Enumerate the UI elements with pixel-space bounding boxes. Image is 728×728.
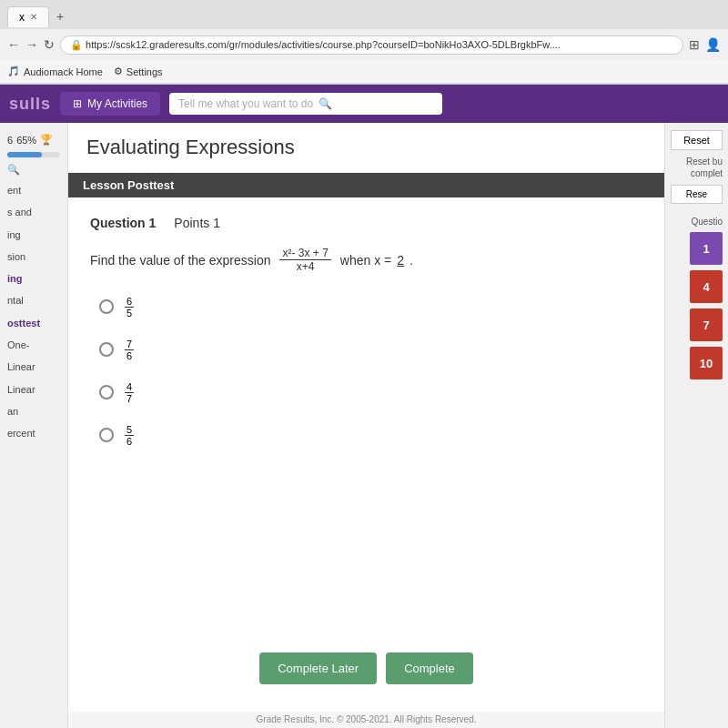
search-bar[interactable]: Tell me what you want to do 🔍 [169, 93, 442, 115]
sidebar-item-linear1[interactable]: Linear [0, 356, 67, 378]
fraction-1: 6 5 [125, 296, 134, 318]
question-nav-label: Questio [692, 217, 723, 227]
page-title-bar: Evaluating Expressions [68, 123, 664, 173]
my-activities-button[interactable]: ⊞ My Activities [60, 92, 160, 116]
logo-accent: ll [30, 95, 41, 113]
denominator: x+4 [294, 260, 318, 273]
tab-bar: x ✕ + [0, 0, 728, 29]
sidebar-item-sand[interactable]: s and [0, 201, 67, 223]
math-expression: x²- 3x + 7 x+4 [279, 247, 330, 274]
bookmarks-bar: 🎵 Audiomack Home ⚙ Settings [0, 60, 728, 84]
fraction-4: 5 6 [125, 424, 134, 447]
browser-chrome: x ✕ + ← → ↻ 🔒 https://scsk12.graderesult… [0, 0, 728, 85]
sidebar-item-ntal[interactable]: ntal [0, 289, 67, 311]
main-layout: 6 65% 🏆 🔍 ent s and ing sion ing ntal os… [0, 123, 728, 728]
app-header: sulls ⊞ My Activities Tell me what you w… [0, 85, 728, 123]
settings-bookmark-icon: ⚙ [114, 66, 123, 77]
question-points: Points 1 [174, 216, 220, 230]
footer-credit: Grade Results, Inc. © 2005-2021. All Rig… [68, 712, 664, 727]
question-text: Find the value of the expression x²- 3x … [90, 247, 642, 274]
answer-option-1[interactable]: 6 5 [99, 296, 642, 318]
right-sidebar: Reset Reset bu complet Rese Questio 1 4 … [664, 123, 728, 728]
progress-bar-fill [7, 152, 42, 157]
radio-4[interactable] [99, 428, 114, 442]
fraction-2: 7 6 [125, 339, 134, 361]
sidebar-item-sion[interactable]: sion [0, 246, 67, 268]
sidebar-item-ercent[interactable]: ercent [0, 422, 67, 444]
question-text-prefix: Find the value of the expression [90, 253, 270, 268]
left-sidebar: 6 65% 🏆 🔍 ent s and ing sion ing ntal os… [0, 123, 68, 728]
lock-icon: 🔒 [70, 39, 83, 50]
logo-text2: s [41, 95, 51, 113]
question-header: Question 1 Points 1 [90, 216, 642, 230]
bookmark-icon: 🎵 [7, 66, 20, 77]
answer-option-2[interactable]: 7 6 [99, 339, 642, 361]
search-icon: 🔍 [318, 97, 332, 110]
sidebar-item-linear2[interactable]: Linear [0, 379, 67, 400]
answer-option-4[interactable]: 5 6 [99, 424, 642, 447]
bookmark-audiomack[interactable]: 🎵 Audiomack Home [7, 66, 103, 77]
progress-percent: 65% [16, 135, 36, 146]
sidebar-search-icon[interactable]: 🔍 [0, 160, 67, 179]
page-title: Evaluating Expressions [86, 136, 646, 159]
radio-2[interactable] [99, 342, 114, 357]
tab-title: x [19, 11, 25, 24]
reset-button-2[interactable]: Rese [671, 185, 723, 204]
reset-button[interactable]: Reset [671, 130, 723, 150]
answer-options: 6 5 7 6 4 7 [99, 296, 642, 447]
app-logo: sulls [9, 95, 51, 114]
sidebar-item-one[interactable]: One- [0, 334, 67, 356]
address-bar: ← → ↻ 🔒 https://scsk12.graderesults.com/… [0, 29, 728, 60]
lesson-posttest-bar: Lesson Posttest [68, 173, 664, 197]
question-text-suffix: when x = [340, 253, 391, 268]
radio-3[interactable] [99, 385, 114, 399]
question-container: Question 1 Points 1 Find the value of th… [68, 197, 664, 634]
progress-bar-container [7, 152, 60, 157]
sidebar-item-ent[interactable]: ent [0, 179, 67, 201]
extensions-icon[interactable]: ⊞ [689, 37, 700, 52]
sidebar-progress: 6 65% 🏆 [0, 130, 67, 149]
question-nav-7[interactable]: 7 [690, 308, 723, 341]
content-area: Evaluating Expressions Lesson Posttest Q… [68, 123, 664, 728]
question-nav-1[interactable]: 1 [690, 232, 723, 265]
question-number: Question 1 [90, 216, 156, 230]
sidebar-item-an[interactable]: an [0, 400, 67, 422]
x-value: 2 [397, 253, 404, 268]
back-icon[interactable]: ← [7, 37, 20, 52]
sidebar-item-posttest[interactable]: osttest [0, 312, 67, 334]
grid-icon: ⊞ [73, 97, 82, 110]
numerator: x²- 3x + 7 [279, 247, 330, 260]
address-input[interactable]: 🔒 https://scsk12.graderesults.com/gr/mod… [60, 35, 683, 55]
sidebar-item-ing2[interactable]: ing [0, 268, 67, 289]
answer-option-3[interactable]: 4 7 [99, 381, 642, 404]
progress-number: 6 [7, 135, 13, 146]
action-buttons: Complete Later Complete [68, 634, 664, 712]
progress-icon: 🏆 [40, 134, 53, 146]
new-tab-button[interactable]: + [49, 5, 71, 27]
profile-icon[interactable]: 👤 [705, 37, 721, 52]
logo-text: su [9, 95, 30, 113]
tab-close-icon[interactable]: ✕ [30, 12, 37, 22]
radio-1[interactable] [99, 299, 114, 314]
reload-icon[interactable]: ↻ [44, 37, 55, 52]
reset-description: Reset bu complet [671, 156, 723, 179]
complete-later-button[interactable]: Complete Later [259, 652, 377, 684]
browser-tab[interactable]: x ✕ [7, 6, 49, 27]
bookmark-settings[interactable]: ⚙ Settings [114, 66, 163, 77]
fraction-3: 4 7 [125, 381, 134, 404]
forward-icon[interactable]: → [25, 37, 38, 52]
sidebar-item-ing[interactable]: ing [0, 224, 67, 246]
question-nav-10[interactable]: 10 [690, 347, 723, 379]
question-nav-4[interactable]: 4 [690, 270, 723, 303]
complete-button[interactable]: Complete [386, 652, 473, 684]
address-text: https://scsk12.graderesults.com/gr/modul… [86, 39, 561, 50]
